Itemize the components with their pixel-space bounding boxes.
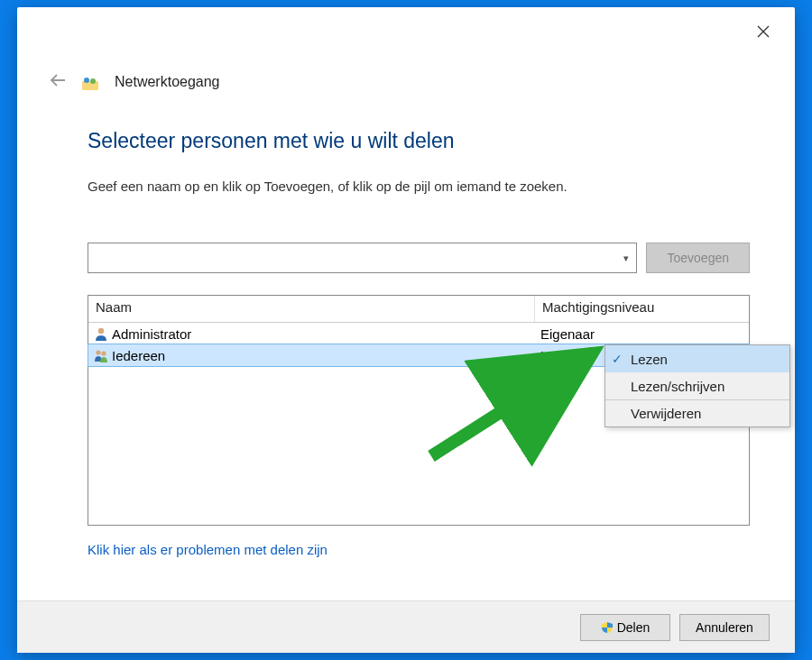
network-access-dialog: Netwerktoegang Selecteer personen met wi… bbox=[17, 7, 795, 653]
menu-item-remove[interactable]: Verwijderen bbox=[605, 399, 789, 426]
menu-item-label: Lezen/schrijven bbox=[631, 379, 724, 394]
permissions-table: Naam Machtigingsniveau Administrator Eig… bbox=[88, 295, 750, 526]
back-button[interactable] bbox=[50, 72, 66, 91]
troubleshoot-link[interactable]: Klik hier als er problemen met delen zij… bbox=[88, 542, 328, 557]
shield-icon bbox=[601, 621, 614, 634]
close-button[interactable] bbox=[752, 20, 775, 43]
arrow-left-icon bbox=[50, 74, 66, 87]
dialog-content: Selecteer personen met wie u wilt delen … bbox=[88, 129, 750, 558]
group-icon bbox=[94, 348, 108, 362]
dialog-footer: Delen Annuleren bbox=[17, 600, 795, 653]
row-permission: Lezen bbox=[540, 348, 577, 363]
svg-point-2 bbox=[90, 78, 96, 84]
column-name[interactable]: Naam bbox=[88, 296, 535, 322]
person-input[interactable] bbox=[88, 243, 636, 272]
row-name: Administrator bbox=[112, 326, 191, 342]
page-subheading: Geef een naam op en klik op Toevoegen, o… bbox=[88, 179, 750, 194]
menu-item-label: Lezen bbox=[631, 352, 668, 367]
cancel-button[interactable]: Annuleren bbox=[679, 614, 770, 641]
cancel-button-label: Annuleren bbox=[696, 620, 753, 635]
cell-permission: Eigenaar bbox=[535, 326, 749, 342]
table-row[interactable]: Administrator Eigenaar bbox=[88, 323, 749, 344]
row-permission: Eigenaar bbox=[540, 326, 595, 342]
svg-line-6 bbox=[431, 353, 594, 456]
check-icon: ✓ bbox=[612, 352, 623, 366]
add-person-row: ▾ Toevoegen bbox=[88, 243, 750, 273]
menu-item-readwrite[interactable]: Lezen/schrijven bbox=[605, 372, 789, 399]
person-combobox[interactable]: ▾ bbox=[88, 243, 637, 273]
menu-item-read[interactable]: ✓ Lezen bbox=[605, 345, 789, 372]
cell-name: Administrator bbox=[88, 326, 535, 342]
dialog-header: Netwerktoegang bbox=[50, 72, 220, 91]
share-button-label: Delen bbox=[617, 620, 651, 635]
network-share-icon bbox=[82, 74, 98, 90]
row-name: Iedereen bbox=[112, 348, 165, 363]
column-permission[interactable]: Machtigingsniveau bbox=[535, 296, 749, 322]
add-button[interactable]: Toevoegen bbox=[646, 243, 750, 273]
dialog-title: Netwerktoegang bbox=[115, 74, 220, 90]
close-icon bbox=[757, 25, 770, 38]
user-icon bbox=[94, 326, 108, 341]
chevron-down-icon: ▼ bbox=[583, 351, 592, 361]
permission-menu: ✓ Lezen Lezen/schrijven Verwijderen bbox=[604, 344, 790, 427]
share-button[interactable]: Delen bbox=[580, 614, 670, 641]
page-heading: Selecteer personen met wie u wilt delen bbox=[88, 129, 750, 153]
svg-point-4 bbox=[96, 350, 100, 354]
svg-point-5 bbox=[101, 351, 106, 355]
menu-item-label: Verwijderen bbox=[631, 406, 701, 421]
svg-rect-0 bbox=[82, 81, 98, 90]
svg-point-1 bbox=[84, 78, 89, 83]
cell-name: Iedereen bbox=[88, 348, 535, 363]
svg-point-3 bbox=[98, 328, 104, 334]
table-header: Naam Machtigingsniveau bbox=[88, 296, 749, 323]
